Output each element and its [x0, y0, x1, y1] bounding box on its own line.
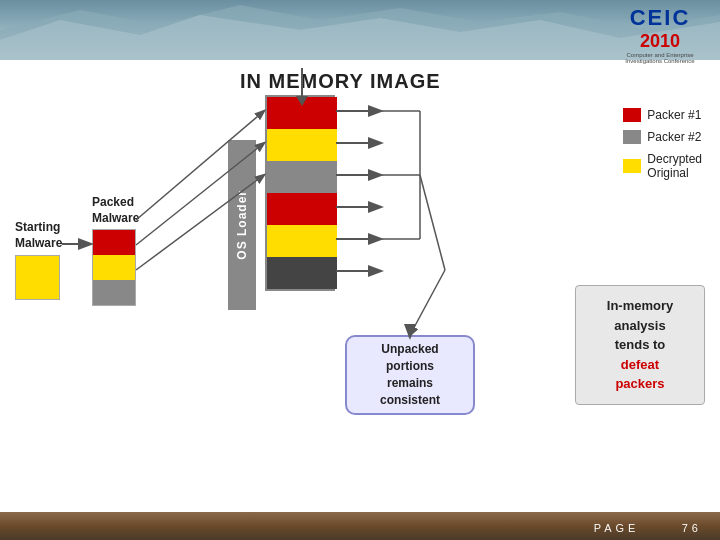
legend-label-decrypted: DecryptedOriginal: [647, 152, 702, 180]
mem-block-gray-1: [267, 161, 337, 193]
starting-malware-block: [15, 255, 60, 300]
down-arrow-line: [301, 68, 303, 96]
mem-block-yellow-1: [267, 129, 337, 161]
page-num-value: 76: [682, 522, 702, 534]
legend: Packer #1 Packer #2 DecryptedOriginal: [623, 108, 702, 180]
legend-item-packer2: Packer #2: [623, 130, 702, 144]
svg-line-17: [420, 175, 445, 270]
legend-label-packer1: Packer #1: [647, 108, 701, 122]
analysis-label: In-memoryanalysistends todefeatpackers: [607, 298, 673, 391]
packed-block-red: [93, 230, 135, 255]
legend-item-decrypted: DecryptedOriginal: [623, 152, 702, 180]
memory-stack: [265, 95, 335, 291]
ceic-logo: CEIC 2010 Computer and Enterprise Invest…: [610, 8, 710, 60]
starting-malware-label: StartingMalware: [15, 220, 62, 251]
down-arrow-head: [296, 96, 308, 106]
packed-malware-container: PackedMalware: [92, 195, 139, 306]
analysis-box: In-memoryanalysistends todefeatpackers: [575, 285, 705, 405]
legend-color-packer1: [623, 108, 641, 122]
unpacked-box: Unpackedportionsremainsconsistent: [345, 335, 475, 415]
page-number: PAGE 76: [594, 522, 702, 534]
os-loader: OS Loader: [228, 140, 256, 310]
mem-block-dark-1: [267, 257, 337, 289]
svg-line-18: [410, 270, 445, 335]
os-loader-label: OS Loader: [235, 190, 249, 260]
down-arrow-container: [296, 68, 308, 106]
packed-block-yellow: [93, 255, 135, 280]
legend-color-decrypted: [623, 159, 641, 173]
packed-malware-label: PackedMalware: [92, 195, 139, 226]
ceic-subtitle: Computer and Enterprise Investigations C…: [615, 52, 705, 64]
packed-malware-blocks: [92, 229, 136, 306]
mem-block-yellow-2: [267, 225, 337, 257]
packed-block-gray: [93, 280, 135, 305]
legend-item-packer1: Packer #1: [623, 108, 702, 122]
unpacked-label: Unpackedportionsremainsconsistent: [380, 341, 440, 408]
ceic-text: CEIC: [630, 5, 691, 31]
mem-block-red-2: [267, 193, 337, 225]
starting-malware-container: StartingMalware: [15, 220, 62, 300]
page-label: PAGE: [594, 522, 640, 534]
page-title: IN MEMORY IMAGE: [240, 70, 441, 93]
legend-label-packer2: Packer #2: [647, 130, 701, 144]
legend-color-packer2: [623, 130, 641, 144]
ceic-year: 2010: [640, 31, 680, 52]
